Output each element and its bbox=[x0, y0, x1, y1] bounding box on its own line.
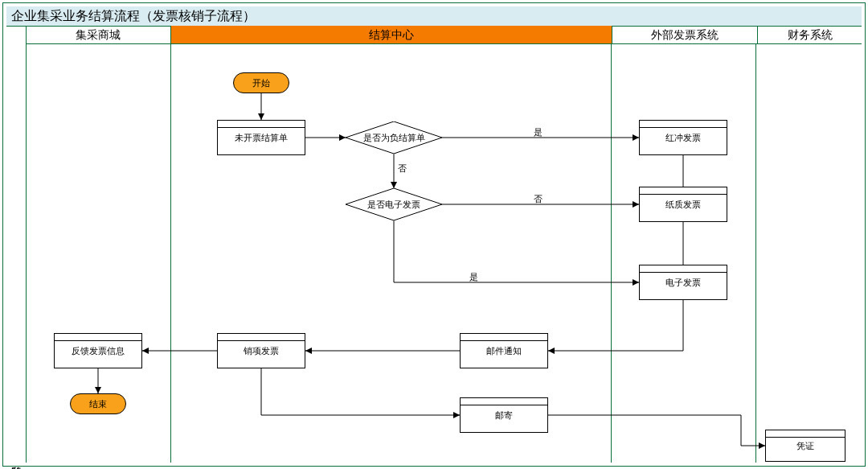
lane-center: 结算中心 bbox=[171, 26, 612, 43]
lane-div-1 bbox=[170, 43, 171, 463]
lbl-d1-no: 否 bbox=[398, 163, 407, 175]
svg-marker-12 bbox=[633, 279, 639, 286]
red-node: 红冲发票 bbox=[639, 120, 727, 155]
end-node: 结束 bbox=[70, 393, 126, 414]
svg-marker-23 bbox=[759, 442, 765, 449]
feedback-node: 反馈发票信息 bbox=[54, 333, 142, 368]
outer-border: 企业集采业务结算流程（发票核销子流程） 阶段 集采商城 结算中心 外部发票系统 … bbox=[2, 2, 866, 467]
sales-invoice-node: 销项发票 bbox=[217, 333, 305, 368]
svg-marker-9 bbox=[391, 182, 397, 188]
mail-notify-node: 邮件通知 bbox=[460, 333, 548, 368]
lane-ext: 外部发票系统 bbox=[612, 26, 758, 43]
svg-marker-21 bbox=[95, 387, 101, 393]
svg-marker-5 bbox=[339, 134, 346, 141]
svg-marker-11 bbox=[633, 201, 639, 208]
lane-headers: 集采商城 结算中心 外部发票系统 财务系统 bbox=[26, 26, 862, 44]
svg-marker-22 bbox=[453, 412, 460, 418]
paper-node: 纸质发票 bbox=[639, 187, 727, 222]
voucher-node: 凭证 bbox=[765, 430, 845, 462]
lane-fin: 财务系统 bbox=[758, 26, 862, 43]
diagram-title: 企业集采业务结算流程（发票核销子流程） bbox=[6, 6, 862, 27]
post-node: 邮寄 bbox=[460, 397, 548, 433]
svg-marker-3 bbox=[258, 113, 264, 120]
lbl-d2-no: 否 bbox=[534, 193, 542, 205]
svg-marker-7 bbox=[633, 134, 639, 141]
canvas: 开始 未开票结算单 是否为负结算单 是否电子发票 红冲发票 纸质发票 电子发票 … bbox=[26, 43, 862, 463]
lbl-d1-yes: 是 bbox=[534, 126, 542, 138]
lbl-d2-yes: 是 bbox=[469, 271, 478, 283]
lane-div-2 bbox=[611, 43, 612, 463]
decision-negative: 是否为负结算单 bbox=[346, 121, 442, 154]
unbilled-node: 未开票结算单 bbox=[217, 120, 305, 155]
connectors bbox=[26, 43, 865, 469]
diagram-frame: 企业集采业务结算流程（发票核销子流程） 阶段 集采商城 结算中心 外部发票系统 … bbox=[0, 0, 868, 469]
side-header: 阶段 bbox=[6, 26, 27, 463]
svg-marker-17 bbox=[305, 348, 312, 354]
decision-einvoice: 是否电子发票 bbox=[346, 188, 442, 220]
lane-mall: 集采商城 bbox=[26, 26, 171, 43]
lane-div-3 bbox=[755, 43, 756, 463]
elec-node: 电子发票 bbox=[639, 265, 727, 300]
start-node: 开始 bbox=[233, 72, 289, 93]
svg-marker-19 bbox=[142, 348, 149, 354]
svg-marker-13 bbox=[548, 348, 555, 354]
